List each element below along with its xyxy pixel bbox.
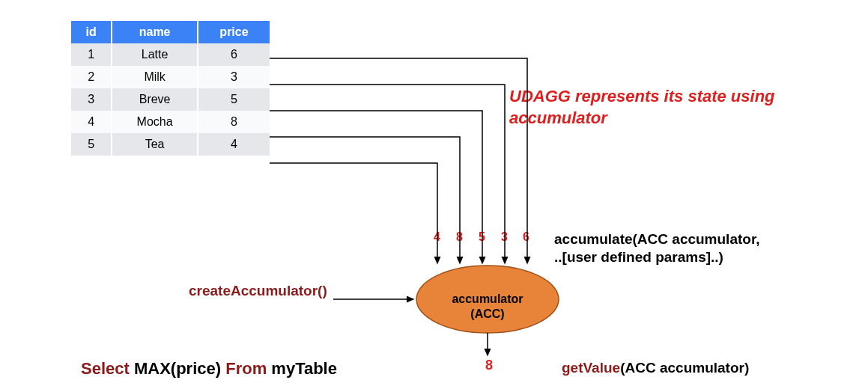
sql-from: From [225, 359, 267, 378]
ellipse-line1: accumulator [452, 293, 523, 305]
getvalue-args: (ACC accumulator) [620, 360, 749, 376]
col-price: price [198, 21, 270, 43]
table-row: 3 Breve 5 [71, 88, 270, 111]
sql-table: myTable [271, 359, 337, 378]
table-row: 5 Tea 4 [71, 133, 270, 156]
accumulate-line1: accumulate(ACC accumulator, [554, 231, 760, 247]
arrow-val-0: 4 [434, 230, 440, 244]
create-accumulator-label: createAccumulator() [189, 283, 327, 299]
sql-statement: Select MAX(price) From myTable [81, 359, 337, 379]
table-row: 2 Milk 3 [71, 66, 270, 88]
ellipse-line2: (ACC) [470, 307, 504, 320]
table-row: 4 Mocha 8 [71, 111, 270, 133]
result-value: 8 [485, 358, 493, 373]
sql-select: Select [81, 359, 130, 378]
accumulator-states: 88666 [452, 274, 515, 287]
getvalue-fn: getValue [562, 360, 620, 376]
udagg-caption: UDAGG represents its state using accumul… [509, 86, 779, 129]
accumulate-label: accumulate(ACC accumulator, ..[user defi… [554, 230, 809, 266]
arrow-val-2: 5 [479, 230, 485, 244]
arrow-val-3: 3 [501, 230, 508, 244]
arrow-val-1: 8 [456, 230, 463, 244]
col-name: name [112, 21, 198, 43]
sql-fn: MAX(price) [134, 359, 221, 378]
col-id: id [71, 21, 112, 43]
table-row: 1 Latte 6 [71, 43, 270, 66]
getvalue-label: getValue(ACC accumulator) [562, 360, 749, 376]
accumulate-line2: ..[user defined params]..) [554, 249, 723, 265]
data-table: id name price 1 Latte 6 2 Milk 3 3 Breve… [71, 21, 270, 156]
arrow-val-4: 6 [523, 230, 529, 244]
